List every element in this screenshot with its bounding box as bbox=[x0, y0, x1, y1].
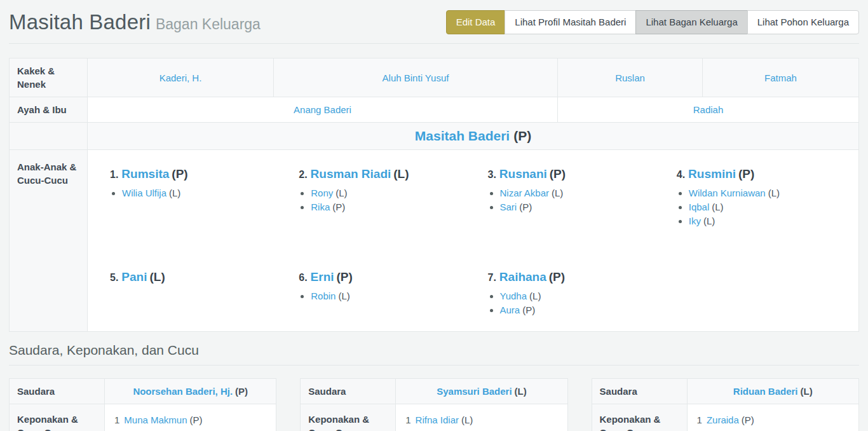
nephews-row: Keponakan & Cucu-Cucu 1Rifna Idiar(L) Sa… bbox=[301, 404, 567, 431]
grandchild-item: Rika(P) bbox=[311, 202, 464, 212]
child-number: 7. bbox=[488, 272, 496, 283]
grandchild-link[interactable]: Rika bbox=[311, 202, 330, 212]
nephew-link[interactable]: Rifna Idiar bbox=[416, 414, 459, 425]
child-gender: (P) bbox=[337, 270, 353, 284]
grandchild-link[interactable]: Sari bbox=[500, 202, 517, 212]
child-block: 4.Rusmini(P) Wildan Kurniawan(L) Iqbal(L… bbox=[662, 156, 851, 259]
child-heading: 1.Rumsita(P) bbox=[110, 167, 275, 181]
grandfather-paternal-link[interactable]: Kaderi, H. bbox=[159, 72, 202, 83]
sibling-gender: (L) bbox=[801, 386, 813, 397]
grandchildren-list: Rony(L) Rika(P) bbox=[299, 188, 464, 212]
sibling-header-row: Saudara Noorsehan Baderi, Hj.(P) bbox=[10, 379, 276, 404]
nephews-list: 1Zuraida(P) Andika Nugraha Rahman(L) bbox=[695, 413, 851, 431]
child-gender: (P) bbox=[549, 270, 565, 284]
grandchildren-list: Wildan Kurniawan(L) Iqbal(L) Iky(L) bbox=[677, 188, 842, 226]
child-gender: (L) bbox=[149, 270, 165, 284]
grandchild-link[interactable]: Rony bbox=[311, 188, 333, 198]
grandchild-link[interactable]: Wildan Kurniawan bbox=[689, 188, 766, 198]
page-title-block: Masitah BaderiBagan Keluarga bbox=[9, 10, 261, 34]
grandparents-row: Kakek & Nenek Kaderi, H. Aluh Binti Yusu… bbox=[10, 58, 859, 97]
sibling-table: Saudara Syamsuri Baderi(L) Keponakan & C… bbox=[300, 378, 567, 431]
nephew-children-list: Andika Nugraha Rahman(L) bbox=[697, 428, 851, 431]
child-number: 2. bbox=[299, 169, 307, 180]
nephews-row: Keponakan & Cucu-Cucu 1Zuraida(P) Andika… bbox=[592, 404, 858, 431]
siblings-tables-row: Saudara Noorsehan Baderi, Hj.(P) Keponak… bbox=[9, 378, 859, 431]
view-family-tree-button[interactable]: Lihat Pohon Keluarga bbox=[747, 10, 859, 34]
child-gender: (L) bbox=[393, 167, 409, 181]
nephew-item: 1Muna Makmun(P) Nafies Luthfi(L) bbox=[114, 413, 268, 431]
page: Masitah BaderiBagan Keluarga Edit Data L… bbox=[0, 0, 868, 431]
grandparents-row-label: Kakek & Nenek bbox=[10, 58, 88, 97]
person-row-label bbox=[10, 123, 88, 150]
child-link[interactable]: Rusmini bbox=[688, 167, 736, 181]
sibling-link[interactable]: Riduan Baderi bbox=[733, 386, 798, 397]
father-link[interactable]: Anang Baderi bbox=[294, 104, 351, 115]
edit-data-button[interactable]: Edit Data bbox=[446, 10, 506, 34]
grandchildren-list: Nizar Akbar(L) Sari(P) bbox=[488, 188, 653, 212]
child-block: 2.Rusman Riadi(L) Rony(L) Rika(P) bbox=[284, 156, 473, 259]
person-link[interactable]: Masitah Baderi bbox=[415, 128, 510, 143]
child-gender: (P) bbox=[172, 167, 187, 181]
grandchild-link[interactable]: Aura bbox=[500, 304, 520, 315]
grandchild-link[interactable]: Yudha bbox=[500, 291, 527, 301]
grandchildren-list: Robin(L) bbox=[299, 291, 464, 301]
grandchild-link[interactable]: Iqbal bbox=[689, 202, 710, 212]
child-number: 3. bbox=[488, 169, 496, 180]
sibling-gender: (P) bbox=[235, 386, 248, 397]
grandfather-maternal-link[interactable]: Ruslan bbox=[615, 72, 645, 83]
sibling-link[interactable]: Syamsuri Baderi bbox=[437, 386, 512, 397]
grandchild-item: Iky(L) bbox=[689, 216, 842, 226]
child-link[interactable]: Rumsita bbox=[121, 167, 169, 181]
child-heading: 6.Erni(P) bbox=[299, 270, 464, 284]
nephews-row-label: Keponakan & Cucu-Cucu bbox=[301, 404, 396, 431]
grandchild-item: Rony(L) bbox=[311, 188, 464, 198]
grandchild-link[interactable]: Wilia Ulfija bbox=[122, 188, 166, 198]
sibling-table: Saudara Riduan Baderi(L) Keponakan & Cuc… bbox=[592, 378, 859, 431]
child-link[interactable]: Raihana bbox=[499, 270, 546, 284]
grandchild-item: Robin(L) bbox=[311, 291, 464, 301]
grandchild-link[interactable]: Robin bbox=[311, 291, 336, 301]
grandchild-link[interactable]: Nizar Akbar bbox=[500, 188, 550, 198]
child-heading: 3.Rusnani(P) bbox=[488, 167, 653, 181]
sibling-row-label: Saudara bbox=[301, 379, 396, 404]
child-link[interactable]: Rusman Riadi bbox=[311, 167, 391, 181]
child-number: 5. bbox=[110, 272, 118, 283]
child-number: 6. bbox=[299, 272, 307, 283]
header-divider bbox=[9, 43, 859, 44]
siblings-divider bbox=[9, 365, 859, 366]
grandchild-link[interactable]: Iky bbox=[689, 216, 701, 226]
children-row: Anak-Anak & Cucu-Cucu 1.Rumsita(P) Wilia… bbox=[10, 150, 859, 332]
sibling-link[interactable]: Noorsehan Baderi, Hj. bbox=[133, 386, 233, 397]
person-gender: (P) bbox=[513, 128, 531, 143]
sibling-row-label: Saudara bbox=[592, 379, 687, 404]
nephew-link[interactable]: Muna Makmun bbox=[124, 414, 187, 425]
nephews-list: 1Rifna Idiar(L) Sari Mardiah(P) bbox=[403, 413, 559, 431]
child-heading: 7.Raihana(P) bbox=[488, 270, 653, 284]
sibling-table: Saudara Noorsehan Baderi, Hj.(P) Keponak… bbox=[9, 378, 276, 431]
child-number: 4. bbox=[677, 169, 685, 180]
child-link[interactable]: Rusnani bbox=[499, 167, 547, 181]
child-heading: 5.Pani(L) bbox=[110, 270, 275, 284]
grandchild-item: Wildan Kurniawan(L) bbox=[689, 188, 842, 198]
view-family-chart-button[interactable]: Lihat Bagan Keluarga bbox=[635, 10, 747, 34]
view-profile-button[interactable]: Lihat Profil Masitah Baderi bbox=[505, 10, 636, 34]
grandchildren-list: Wilia Ulfija(L) bbox=[110, 188, 275, 198]
siblings-section-heading: Saudara, Keponakan, dan Cucu bbox=[9, 343, 859, 358]
child-block: 3.Rusnani(P) Nizar Akbar(L) Sari(P) bbox=[473, 156, 662, 259]
grandmother-paternal-link[interactable]: Aluh Binti Yusuf bbox=[383, 72, 449, 83]
child-link[interactable]: Pani bbox=[121, 270, 147, 284]
action-button-group: Edit Data Lihat Profil Masitah Baderi Li… bbox=[446, 10, 859, 34]
nephew-number: 1 bbox=[114, 414, 119, 425]
grandchild-item: Yudha(L) bbox=[500, 291, 653, 301]
grandchild-item: Iqbal(L) bbox=[689, 202, 842, 212]
nephew-link[interactable]: Zuraida bbox=[707, 414, 739, 425]
family-chart-table: Kakek & Nenek Kaderi, H. Aluh Binti Yusu… bbox=[9, 58, 859, 332]
child-link[interactable]: Erni bbox=[311, 270, 334, 284]
grandmother-maternal-link[interactable]: Fatmah bbox=[764, 72, 797, 83]
mother-link[interactable]: Radiah bbox=[693, 104, 724, 115]
page-subtitle: Bagan Keluarga bbox=[156, 16, 261, 32]
child-number: 1. bbox=[110, 169, 118, 180]
nephew-number: 1 bbox=[405, 414, 410, 425]
child-block: 1.Rumsita(P) Wilia Ulfija(L) bbox=[95, 156, 284, 259]
grandchild-item: Aura(P) bbox=[500, 305, 653, 315]
